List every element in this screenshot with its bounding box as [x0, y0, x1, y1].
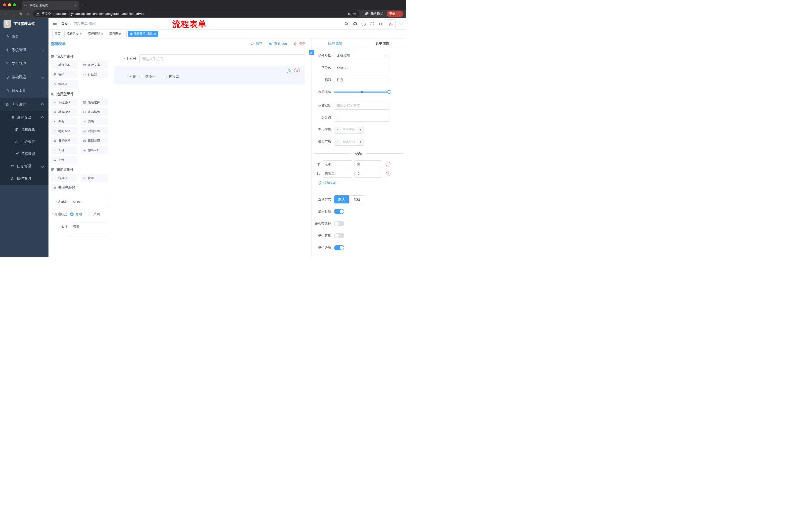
gender-option1-checkbox[interactable]: 选项一: [140, 75, 155, 79]
browser-tab[interactable]: 芋道管理系统 ×: [22, 1, 79, 9]
tag-home[interactable]: 首页: [52, 31, 63, 37]
reload-icon[interactable]: ↻: [17, 10, 24, 17]
remark-textarea[interactable]: 嘿嘿: [70, 222, 108, 237]
option1-value-input[interactable]: [354, 160, 382, 168]
minus-icon[interactable]: −: [335, 138, 341, 145]
sidebar-item-home[interactable]: 首页: [0, 30, 49, 43]
browser-update-button[interactable]: 更新 ⋮: [387, 10, 403, 17]
slider-handle[interactable]: [387, 90, 391, 94]
sidebar-item-leave-query[interactable]: 请假查询: [0, 172, 49, 185]
sidebar-item-infrastructure[interactable]: 基础设施: [0, 71, 49, 84]
sidebar-item-system-mgmt[interactable]: 系统管理: [0, 43, 49, 57]
plus-icon[interactable]: +: [357, 126, 364, 133]
close-icon[interactable]: ×: [80, 32, 82, 35]
drag-handle-icon[interactable]: [316, 162, 320, 166]
password-key-icon[interactable]: [348, 12, 351, 16]
save-button[interactable]: 保存: [251, 42, 262, 46]
default-value-input[interactable]: [334, 114, 389, 122]
field-name-input[interactable]: [334, 64, 389, 72]
status-off-radio[interactable]: 关闭: [88, 212, 100, 217]
sidebar-item-process-mgmt[interactable]: 流程管理: [0, 111, 49, 124]
sidebar-collapse-icon[interactable]: [53, 21, 57, 27]
component-chip-single-line-text[interactable]: ▢单行文本: [51, 61, 78, 69]
component-chip-table[interactable]: ▩表格[开发中]: [51, 184, 78, 191]
drag-handle-icon[interactable]: [316, 172, 320, 176]
title-input[interactable]: [334, 76, 389, 84]
option1-label-input[interactable]: [322, 160, 352, 168]
sidebar-item-payment-mgmt[interactable]: ¥ 支付管理: [0, 57, 49, 71]
max-select-input[interactable]: [341, 138, 357, 145]
window-zoom-button[interactable]: [13, 3, 16, 6]
component-chip-time-range[interactable]: ◶时间范围: [81, 127, 108, 135]
component-chip-date-picker[interactable]: ▦日期选择: [51, 137, 78, 144]
tab-close-icon[interactable]: ×: [75, 3, 76, 7]
sidebar-item-task-mgmt[interactable]: 任务管理: [0, 160, 49, 172]
disabled-toggle[interactable]: [334, 233, 344, 238]
selected-component-gender[interactable]: 性别 选项一 选项二: [114, 66, 305, 84]
component-chip-rate[interactable]: ☆评分: [51, 146, 78, 154]
phone-field[interactable]: 手机号: [114, 54, 305, 63]
fullscreen-icon[interactable]: [370, 22, 374, 26]
component-chip-slider[interactable]: ∿滑块: [81, 118, 108, 125]
forward-icon[interactable]: →: [9, 10, 17, 17]
avatar-dropdown-icon[interactable]: [400, 22, 402, 25]
tag-process-form-edit[interactable]: 流程表单-编辑×: [128, 31, 158, 37]
back-icon[interactable]: ←: [2, 10, 9, 17]
delete-component-button[interactable]: [294, 68, 300, 74]
border-toggle[interactable]: [334, 221, 344, 226]
close-icon[interactable]: ×: [122, 32, 124, 35]
view-json-button[interactable]: 查看json: [269, 42, 287, 46]
style-button-button[interactable]: 按钮: [349, 195, 364, 204]
sidebar-item-user-group[interactable]: 用户分组: [0, 136, 49, 148]
component-chip-date-range[interactable]: ▧日期范围: [81, 137, 108, 144]
tag-process-definition[interactable]: 流程定义×: [64, 31, 84, 37]
font-size-icon[interactable]: TT: [379, 22, 382, 26]
remove-option1-button[interactable]: −: [386, 162, 390, 166]
component-chip-time-picker[interactable]: ◷时间选择: [51, 127, 78, 135]
security-label[interactable]: 不安全: [42, 12, 51, 16]
minus-icon[interactable]: −: [335, 126, 341, 133]
breadcrumb-home[interactable]: 首页: [61, 22, 68, 26]
show-label-toggle[interactable]: [334, 209, 344, 214]
sidebar-item-process-model[interactable]: 流程模型: [0, 148, 49, 160]
component-chip-button[interactable]: ▱按钮: [81, 174, 108, 182]
plus-icon[interactable]: +: [357, 138, 364, 145]
style-default-button[interactable]: 默认: [334, 195, 349, 204]
status-on-radio[interactable]: 开启: [70, 212, 82, 217]
required-toggle[interactable]: [334, 245, 344, 250]
browser-menu-icon[interactable]: ⋮: [397, 12, 401, 16]
tab-form-props[interactable]: 表单属性: [359, 38, 406, 48]
sidebar-item-process-form[interactable]: 流程表单: [0, 124, 49, 136]
window-minimize-button[interactable]: [8, 3, 11, 6]
search-icon[interactable]: [344, 22, 349, 26]
home-icon[interactable]: ⌂: [25, 10, 32, 17]
component-chip-upload[interactable]: ☁上传: [51, 156, 78, 163]
add-option-button[interactable]: + 添加选项: [319, 181, 406, 186]
window-close-button[interactable]: [3, 3, 6, 6]
component-chip-checkbox-group[interactable]: ☑多选框组: [81, 108, 108, 116]
bookmark-star-icon[interactable]: ☆: [353, 11, 356, 16]
remove-option2-button[interactable]: −: [386, 171, 390, 176]
component-chip-counter[interactable]: 123计数器: [81, 71, 108, 78]
github-icon[interactable]: [353, 22, 357, 26]
avatar[interactable]: [387, 19, 396, 28]
tag-process-form[interactable]: 流程表单×: [107, 31, 127, 37]
help-icon[interactable]: ?: [361, 22, 366, 26]
component-chip-radio-group[interactable]: ◉单选框组: [51, 108, 78, 116]
close-icon[interactable]: ×: [154, 32, 156, 35]
min-select-input[interactable]: [341, 126, 357, 133]
gender-option2-checkbox[interactable]: 选项二: [163, 75, 179, 79]
component-chip-switch[interactable]: ◐开关: [51, 118, 78, 125]
new-tab-button[interactable]: +: [82, 2, 85, 7]
component-chip-color-picker[interactable]: ⊚颜色选择: [81, 146, 108, 154]
form-name-input[interactable]: [70, 198, 108, 206]
tab-component-props[interactable]: 组件属性: [312, 38, 359, 48]
label-width-input[interactable]: [334, 102, 389, 110]
close-icon[interactable]: ×: [101, 32, 103, 35]
option2-value-input[interactable]: [354, 170, 382, 178]
copy-component-button[interactable]: [287, 68, 292, 74]
form-grid-slider[interactable]: [334, 90, 389, 94]
component-chip-cascader[interactable]: ◫级联选择: [81, 99, 108, 106]
option2-label-input[interactable]: [322, 170, 352, 178]
sidebar-item-workflow[interactable]: 工作流程: [0, 98, 49, 111]
